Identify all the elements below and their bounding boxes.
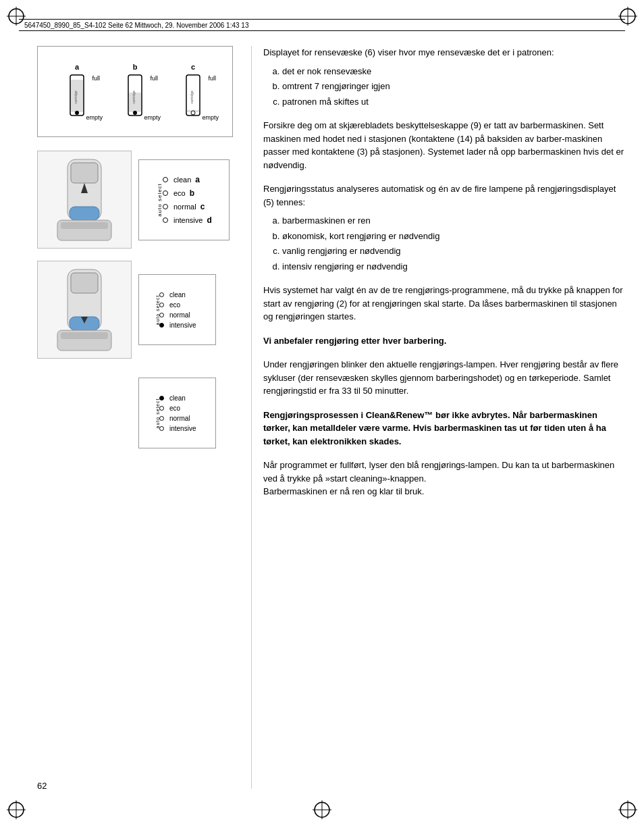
display-panel-2: auto select clean eco normal intensive: [138, 274, 216, 345]
cartridge-item-c: c cartridge full empty: [169, 63, 217, 121]
svg-rect-28: [71, 163, 98, 183]
list1-item-1: det er nok rensevæske: [282, 65, 625, 78]
full-label-c: full: [208, 75, 216, 82]
full-label-b: full: [150, 75, 158, 82]
display-item-normal-1: normal c: [163, 202, 229, 211]
text-block-8: Når programmet er fullført, lyser den bl…: [263, 459, 625, 498]
label-intensive-2: intensive: [169, 321, 196, 329]
para5-bold: Vi anbefaler rengjøring etter hver barbe…: [263, 334, 625, 348]
text-block-6: Under rengjøringen blinker den aktuelle …: [263, 358, 625, 398]
label-intensive-3: intensive: [169, 425, 196, 432]
header-text: 5647450_8990_85_S4-102 Seite 62 Mittwoch…: [24, 22, 248, 29]
label-clean-2: clean: [169, 291, 186, 299]
image-row-1: auto select clean a eco b normal c inten…: [37, 151, 246, 249]
cartridge-item-b: b cartridge full empty: [111, 63, 159, 121]
para8: Når programmet er fullført, lyser den bl…: [263, 459, 625, 498]
auto-select-label-3: auto select: [155, 398, 160, 428]
text-block-4: Hvis systemet har valgt én av de tre ren…: [263, 284, 625, 324]
label-eco-3: eco: [169, 405, 180, 412]
dot-eco-3: [159, 406, 164, 411]
svg-rect-31: [61, 222, 108, 229]
label-intensive-1: intensive: [173, 216, 203, 224]
display-item-clean-3: clean: [159, 394, 215, 402]
corner-mark-br: [618, 800, 637, 819]
letter-d: d: [207, 215, 211, 225]
list1-item-3: patronen må skiftes ut: [282, 95, 625, 109]
label-normal-3: normal: [169, 415, 190, 422]
label-eco-2: eco: [169, 301, 180, 309]
dot-intensive-3: [159, 426, 164, 431]
display-item-eco-3: eco: [159, 405, 215, 412]
display-item-clean-1: clean a: [163, 175, 229, 184]
right-column: Displayet for rensevæske (6) viser hvor …: [263, 46, 625, 509]
left-column: a cartridge full empty: [37, 46, 246, 461]
page-number: 62: [37, 781, 47, 791]
cartridge-body-b: cartridge full empty: [124, 74, 146, 121]
svg-rect-29: [70, 207, 99, 220]
device-image-1: [37, 151, 132, 249]
device-image-2: [37, 261, 132, 359]
corner-mark-bc: [313, 800, 331, 819]
list2-item-1: barbermaskinen er ren: [282, 214, 625, 228]
para3: Rengjøringsstatus analyseres automatisk …: [263, 182, 625, 209]
cartridge-diagram: a cartridge full empty: [37, 46, 233, 137]
text-block-3: Rengjøringsstatus analyseres automatisk …: [263, 182, 625, 273]
para7-bold: Rengjøringsprosessen i Clean&Renew™ bør …: [263, 409, 625, 448]
image-row-2: auto select clean eco normal intensive: [37, 261, 246, 359]
display-panel-3: auto select clean eco normal intensive: [138, 378, 216, 448]
cartridge-label-b: b: [133, 63, 138, 71]
empty-label-c: empty: [202, 114, 219, 121]
dot-eco-1: [163, 190, 168, 196]
cartridge-label-a: a: [75, 63, 79, 71]
full-label-a: full: [92, 75, 100, 82]
display-item-normal-2: normal: [159, 311, 215, 319]
svg-text:cartridge: cartridge: [190, 91, 194, 104]
text-block-5: Vi anbefaler rengjøring etter hver barbe…: [263, 334, 625, 348]
svg-text:cartridge: cartridge: [74, 91, 78, 104]
text-block-1: Displayet for rensevæske (6) viser hvor …: [263, 46, 625, 108]
svg-point-26: [191, 111, 195, 115]
label-normal-2: normal: [169, 311, 190, 319]
empty-label-b: empty: [144, 114, 161, 121]
svg-rect-37: [61, 332, 108, 339]
auto-select-label-1: auto select: [157, 183, 163, 217]
label-normal-1: normal: [173, 203, 196, 211]
empty-label-a: empty: [86, 114, 103, 121]
dot-normal-2: [159, 313, 164, 317]
cartridge-label-c: c: [191, 63, 195, 71]
dot-eco-2: [159, 303, 164, 307]
svg-rect-34: [71, 273, 98, 293]
dot-intensive-1: [163, 217, 168, 223]
list1-item-2: omtrent 7 rengjøringer igjen: [282, 80, 625, 93]
list2: barbermaskinen er ren økonomisk, kort re…: [282, 214, 625, 273]
cartridge-body-a: cartridge full empty: [66, 74, 88, 121]
svg-point-18: [75, 111, 79, 115]
display-item-clean-2: clean: [159, 291, 215, 299]
bottom-panel-row: auto select clean eco normal intensive: [37, 371, 246, 448]
dot-clean-1: [163, 177, 168, 182]
letter-b: b: [190, 188, 194, 198]
dot-normal-1: [163, 204, 168, 209]
cartridge-body-c: cartridge full empty: [182, 74, 204, 121]
display-item-intensive-3: intensive: [159, 425, 215, 432]
display-item-intensive-2: intensive: [159, 321, 215, 329]
dot-clean-2: [159, 292, 164, 297]
cartridge-item-a: a cartridge full empty: [53, 63, 101, 121]
dot-clean-3: [159, 396, 164, 401]
display-item-normal-3: normal: [159, 415, 215, 422]
list2-item-4: intensiv rengjøring er nødvendig: [282, 260, 625, 274]
letter-c: c: [200, 202, 205, 211]
para4: Hvis systemet har valgt én av de tre ren…: [263, 284, 625, 324]
display-item-eco-2: eco: [159, 301, 215, 309]
dot-normal-3: [159, 416, 164, 421]
list2-item-3: vanlig rengjøring er nødvendig: [282, 244, 625, 258]
svg-point-22: [133, 111, 137, 115]
dot-intensive-2: [159, 323, 164, 328]
para1: Displayet for rensevæske (6) viser hvor …: [263, 46, 625, 59]
list1: det er nok rensevæske omtrent 7 rengjøri…: [282, 65, 625, 109]
text-block-2: Forsikre deg om at skjærebladets beskytt…: [263, 119, 625, 172]
label-eco-1: eco: [173, 189, 186, 197]
column-divider: [251, 46, 252, 789]
letter-a: a: [195, 175, 200, 184]
label-clean-3: clean: [169, 394, 186, 402]
